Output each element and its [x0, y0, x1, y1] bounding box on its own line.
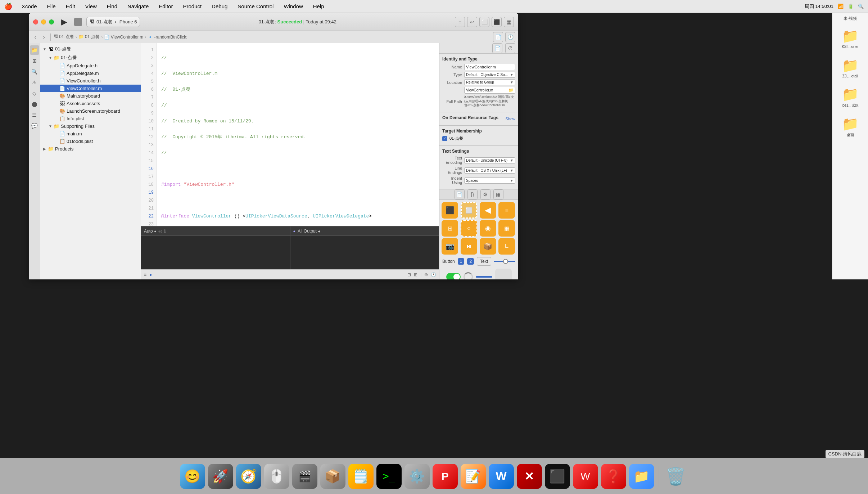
- menu-view[interactable]: View: [83, 3, 99, 10]
- report-navigator-btn[interactable]: 💬: [30, 121, 39, 130]
- tree-item-root[interactable]: ▼ 🏗 01-点餐: [40, 45, 141, 53]
- tree-item-supporting-files[interactable]: ▼ 📁 Supporting Files: [40, 122, 141, 130]
- file-icon-btn[interactable]: 📄: [493, 32, 503, 42]
- code-content[interactable]: // // ViewController.m // 01-点餐 // // Cr…: [157, 43, 439, 226]
- obj-item-11[interactable]: 📦: [480, 238, 496, 255]
- encoding-value[interactable]: Default - Unicode (UTF-8) ▼: [464, 157, 515, 163]
- view-layout2-btn[interactable]: ⬛: [492, 17, 502, 27]
- menu-edit[interactable]: Edit: [64, 3, 77, 10]
- dock-app[interactable]: 📦: [320, 464, 345, 489]
- indent-value[interactable]: Spaces ▼: [464, 178, 515, 184]
- obj-item-9[interactable]: 📷: [442, 238, 458, 255]
- obj-item-8[interactable]: ▦: [498, 220, 515, 237]
- issue-navigator-btn[interactable]: ⚠: [30, 78, 39, 87]
- obj-item-4[interactable]: ≡: [498, 202, 515, 219]
- dock-finder[interactable]: 😊: [180, 464, 205, 489]
- dock-note2[interactable]: 📝: [461, 464, 486, 489]
- inspector-file-value[interactable]: ViewController.m 📁: [464, 87, 515, 94]
- dock-notes[interactable]: 🗒️: [348, 464, 374, 489]
- target-checkbox[interactable]: [442, 136, 447, 141]
- badge-1[interactable]: 1: [458, 258, 465, 265]
- tree-item-01foods-plist[interactable]: 📋 01foods.plist: [40, 138, 141, 145]
- menu-window[interactable]: Window: [281, 3, 305, 10]
- obj-item-3[interactable]: ◀: [480, 202, 496, 219]
- minimize-button[interactable]: [41, 19, 46, 24]
- obj-tab-3[interactable]: ⚙: [480, 189, 490, 199]
- dock-trash[interactable]: 🗑️: [663, 464, 688, 489]
- breadcrumb-item-4[interactable]: 🔹 -randomBtnClick:: [148, 35, 187, 40]
- folder-ios1[interactable]: 📁 ios1...试题: [836, 85, 865, 110]
- obj-item-12[interactable]: L: [498, 238, 515, 255]
- menu-file[interactable]: File: [45, 3, 58, 10]
- tree-item-products[interactable]: ▶ 📁 Products: [40, 145, 141, 153]
- menu-source-control[interactable]: Source Control: [235, 3, 276, 10]
- nav-forward-button[interactable]: ›: [40, 33, 48, 41]
- obj-tab-1[interactable]: 📄: [455, 189, 465, 199]
- toggle-switch[interactable]: [446, 273, 461, 279]
- menu-find[interactable]: Find: [105, 3, 119, 10]
- folder-ksi[interactable]: 📁 KSI...aster: [836, 26, 865, 51]
- line-endings-value[interactable]: Default - OS X / Unix (LF) ▼: [464, 167, 515, 174]
- dock-terminal[interactable]: >_: [376, 464, 402, 489]
- view-debug-btn[interactable]: ↩: [467, 17, 477, 27]
- menu-product[interactable]: Product: [181, 3, 204, 10]
- tree-item-appdelegate-h[interactable]: 📄 AppDelegate.h: [40, 62, 141, 69]
- code-area[interactable]: 1 2 3 4 5 6 7 8 9 10 11 12 13: [141, 43, 439, 226]
- menu-help[interactable]: Help: [311, 3, 326, 10]
- dock-settings[interactable]: ⚙️: [404, 464, 430, 489]
- menubar-search[interactable]: 🔍: [858, 4, 864, 9]
- nav-back-button[interactable]: ‹: [32, 33, 39, 41]
- dock-ppt[interactable]: P: [433, 464, 458, 489]
- show-button[interactable]: Show: [505, 117, 515, 121]
- tree-item-viewcontroller-h[interactable]: 📄 ViewController.h: [40, 77, 141, 85]
- tree-item-viewcontroller-m[interactable]: 📄 ViewController.m: [40, 85, 141, 92]
- tree-item-group1[interactable]: ▼ 📁 01-点餐: [40, 53, 141, 62]
- apple-menu[interactable]: 🍎: [4, 3, 12, 10]
- stop-button[interactable]: [74, 18, 82, 26]
- editor-bottom-icon[interactable]: ≡: [144, 272, 146, 277]
- menu-editor[interactable]: Editor: [157, 3, 175, 10]
- obj-item-1[interactable]: ⬛: [442, 202, 458, 219]
- bottom-right-icon2[interactable]: ⊞: [414, 272, 417, 277]
- dock-media[interactable]: 🎬: [292, 464, 317, 489]
- text-button[interactable]: Text: [477, 257, 491, 266]
- view-layout3-btn[interactable]: ▦: [504, 17, 514, 27]
- obj-tab-4[interactable]: ▦: [493, 189, 503, 199]
- run-button[interactable]: ▶: [58, 16, 70, 28]
- inspector-clock-btn[interactable]: ⏱: [505, 43, 515, 53]
- breadcrumb-item-3[interactable]: 📄 ViewController.m: [104, 35, 143, 40]
- dock-word[interactable]: W: [489, 464, 514, 489]
- menu-navigate[interactable]: Navigate: [125, 3, 151, 10]
- obj-tab-2[interactable]: {}: [467, 189, 478, 199]
- folder-zjl[interactable]: 📁 ZJL...etail: [836, 55, 865, 80]
- inspector-type-value[interactable]: Default - Objective-C So... ▼: [464, 72, 515, 78]
- breadcrumb-item-2[interactable]: 📁 01-点餐: [78, 34, 100, 40]
- dock-help[interactable]: ❓: [601, 464, 626, 489]
- obj-item-6[interactable]: ○: [461, 220, 477, 237]
- tree-item-main-storyboard[interactable]: 🎨 Main.storyboard: [40, 92, 141, 100]
- code-editor[interactable]: 1 2 3 4 5 6 7 8 9 10 11 12 13: [141, 43, 439, 226]
- view-layout1-btn[interactable]: ⬜: [479, 17, 489, 27]
- dock-x[interactable]: ✕: [517, 464, 542, 489]
- obj-item-2[interactable]: ⬜: [461, 202, 477, 219]
- clock-icon-btn[interactable]: 🕐: [505, 32, 515, 42]
- symbol-navigator-btn[interactable]: ⊞: [30, 56, 39, 66]
- dock-mouse[interactable]: 🖱️: [264, 464, 289, 489]
- tree-item-info-plist[interactable]: 📋 Info.plist: [40, 115, 141, 122]
- dock-black[interactable]: ⬛: [545, 464, 570, 489]
- inspector-location-value[interactable]: Relative to Group ▼: [464, 79, 515, 85]
- obj-item-10[interactable]: ⏯: [461, 238, 477, 255]
- project-navigator-btn[interactable]: 📁: [30, 45, 39, 55]
- fullscreen-button[interactable]: [49, 19, 54, 24]
- tree-item-main-m[interactable]: 📄 main.m: [40, 130, 141, 138]
- tree-item-assets[interactable]: 🖼 Assets.xcassets: [40, 100, 141, 107]
- search-navigator-btn[interactable]: 🔍: [30, 67, 39, 76]
- view-navigator-btn[interactable]: ≡: [455, 17, 465, 27]
- close-button[interactable]: [33, 19, 38, 24]
- dock-safari[interactable]: 🧭: [236, 464, 261, 489]
- badge-2[interactable]: 2: [467, 258, 474, 265]
- folder-desktop[interactable]: 📁 桌面: [836, 114, 865, 139]
- inspector-file-btn[interactable]: 📄: [492, 43, 502, 53]
- breakpoint-navigator-btn[interactable]: ☰: [30, 110, 39, 120]
- breadcrumb-item-1[interactable]: 🏗 01-点餐: [54, 34, 74, 40]
